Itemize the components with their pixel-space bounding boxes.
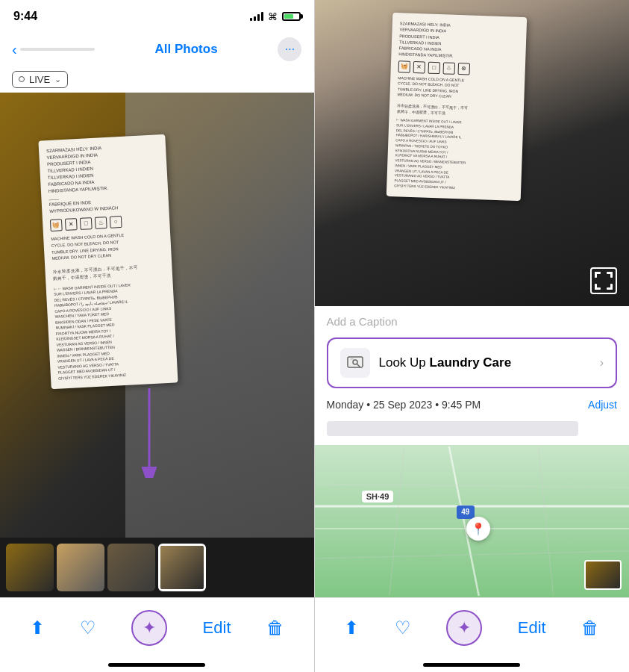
visual-lookup-highlight-left: ✦ <box>131 610 167 646</box>
svg-rect-8 <box>610 284 613 290</box>
laundry-label-right: SZARMAZASI HELY: INDIAVERVAARDIGD IN IND… <box>386 13 526 201</box>
highway-shield: 49 <box>457 505 475 519</box>
share-icon-right: ⬆ <box>344 617 359 638</box>
wash-icon: 🧺 <box>50 219 63 231</box>
dryclean-icon: ○ <box>110 216 122 228</box>
back-chevron-icon: ‹ <box>12 41 17 58</box>
edit-label-left: Edit <box>203 618 231 638</box>
share-icon-left: ⬆ <box>30 617 45 638</box>
meta-row: Monday • 25 Sep 2023 • 9:45 PM Adjust <box>315 391 630 418</box>
live-circle-icon <box>19 76 25 82</box>
signal-bars-icon <box>250 12 263 21</box>
adjust-button[interactable]: Adjust <box>588 399 617 411</box>
svg-line-17 <box>315 551 630 559</box>
thumbnail-item-active[interactable] <box>158 544 206 591</box>
visual-lookup-highlight-right: ✦ <box>446 610 482 646</box>
laundry-label-left: SZARMAZASI HELY: INDIAVERVAARDIGD IN IND… <box>38 134 178 390</box>
caption-placeholder[interactable]: Add a Caption <box>327 315 398 328</box>
nav-bar-left: ‹ All Photos ··· <box>0 33 314 66</box>
home-indicator-right <box>315 657 630 672</box>
delete-button-right[interactable]: 🗑 <box>581 617 599 638</box>
left-panel: 9:44 ⌘ ‹ All Photos ··· LIVE <box>0 0 314 672</box>
heart-icon-left: ♡ <box>80 617 96 638</box>
bleach-icon: ✕ <box>65 218 78 231</box>
delete-button-left[interactable]: 🗑 <box>266 617 284 638</box>
trash-icon-right: 🗑 <box>581 617 599 638</box>
lookup-chevron-icon: › <box>600 356 604 370</box>
caption-section: Add a Caption <box>315 306 630 335</box>
trash-icon-left: 🗑 <box>266 617 284 638</box>
status-icons-left: ⌘ <box>250 11 301 22</box>
photo-background-right: SZARMAZASI HELY: INDIAVERVAARDIGD IN IND… <box>315 0 630 306</box>
heart-button-left[interactable]: ♡ <box>80 617 96 638</box>
lookup-text-pre: Look Up <box>379 355 430 370</box>
iron-icon-r: ♨ <box>442 62 455 75</box>
dryclean-icon-r: ⊗ <box>457 63 470 75</box>
right-panel: SZARMAZASI HELY: INDIAVERVAARDIGD IN IND… <box>315 0 630 672</box>
visual-lookup-card[interactable]: Look Up Laundry Care › <box>327 337 618 388</box>
edit-label-right: Edit <box>518 618 546 638</box>
lookup-text-bold: Laundry Care <box>430 355 512 370</box>
scan-indicator <box>590 267 617 294</box>
home-indicator-left <box>0 657 314 672</box>
svg-line-18 <box>315 484 630 488</box>
svg-rect-9 <box>348 357 363 367</box>
status-time-left: 9:44 <box>13 10 37 23</box>
wash-icon-r: 🧺 <box>398 60 410 73</box>
battery-icon <box>282 12 301 21</box>
svg-rect-4 <box>610 272 613 278</box>
map-section[interactable]: SH·49 49 📍 <box>315 445 630 597</box>
lookup-text: Look Up Laundry Care <box>379 355 591 370</box>
more-button[interactable]: ··· <box>278 37 301 61</box>
back-label <box>20 48 95 51</box>
thumbnail-item[interactable] <box>57 544 104 591</box>
live-text: LIVE <box>29 74 50 85</box>
magic-wand-icon-left: ✦ <box>143 618 156 638</box>
home-bar-right <box>423 663 520 667</box>
lookup-icon <box>340 348 370 378</box>
thumbnail-strip <box>0 538 314 597</box>
edit-button-left[interactable]: Edit <box>203 618 231 638</box>
share-button-left[interactable]: ⬆ <box>30 617 45 638</box>
thumbnail-item[interactable] <box>107 544 155 591</box>
highway-shield-label: 49 <box>457 505 475 519</box>
dry-icon-r: □ <box>428 61 440 74</box>
iron-icon: ♨ <box>95 217 107 229</box>
svg-rect-6 <box>595 284 597 290</box>
bottom-toolbar-left: ⬆ ♡ ✦ Edit 🗑 <box>0 597 314 657</box>
live-chevron-icon: ⌄ <box>54 75 61 84</box>
map-location-pin: 📍 <box>466 517 490 541</box>
magic-wand-icon-right: ✦ <box>457 618 471 638</box>
bleach-icon-r: ✕ <box>413 60 425 73</box>
dry-icon: □ <box>80 217 93 230</box>
back-button[interactable]: ‹ <box>12 41 95 58</box>
heart-button-right[interactable]: ♡ <box>395 617 411 638</box>
thumbnail-item[interactable] <box>6 544 54 591</box>
home-bar-left <box>108 663 205 667</box>
visual-lookup-button-left[interactable]: ✦ <box>131 610 167 646</box>
map-background: SH·49 49 📍 <box>315 445 630 597</box>
map-thumbnail <box>584 560 622 590</box>
svg-line-15 <box>389 447 404 596</box>
blurred-location-info <box>327 421 578 436</box>
main-photo-right: SZARMAZASI HELY: INDIAVERVAARDIGD IN IND… <box>315 0 630 306</box>
bottom-toolbar-right: ⬆ ♡ ✦ Edit 🗑 <box>315 597 630 657</box>
main-photo-left: SZARMAZASI HELY: INDIAVERVAARDIGD IN IND… <box>0 93 314 538</box>
wifi-icon: ⌘ <box>268 11 278 22</box>
photo-date: Monday • 25 Sep 2023 • 9:45 PM <box>327 399 481 411</box>
status-bar-left: 9:44 ⌘ <box>0 0 314 33</box>
more-icon: ··· <box>285 43 295 56</box>
edit-button-right[interactable]: Edit <box>518 618 546 638</box>
live-bar: LIVE ⌄ <box>0 66 314 93</box>
live-badge[interactable]: LIVE ⌄ <box>12 71 68 88</box>
svg-rect-2 <box>595 272 597 278</box>
svg-line-16 <box>538 447 553 596</box>
share-button-right[interactable]: ⬆ <box>344 617 359 638</box>
visual-lookup-button-right[interactable]: ✦ <box>446 610 482 646</box>
all-photos-title[interactable]: All Photos <box>155 42 218 57</box>
map-sh-badge: SH·49 <box>362 491 394 503</box>
photo-background-left: SZARMAZASI HELY: INDIAVERVAARDIGD IN IND… <box>0 93 314 538</box>
heart-icon-right: ♡ <box>395 617 411 638</box>
